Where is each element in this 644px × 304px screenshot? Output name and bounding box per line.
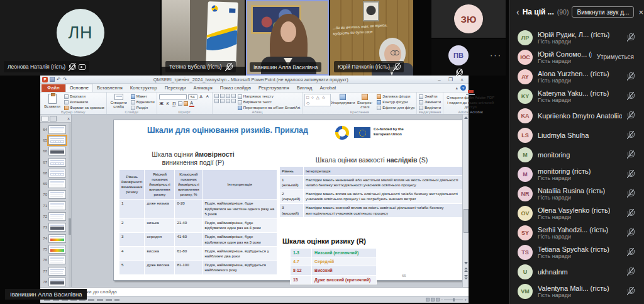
ribbon-tab[interactable]: Конструктор xyxy=(126,84,161,92)
slide-thumbnail[interactable] xyxy=(48,223,66,232)
section-button[interactable]: Розділ xyxy=(131,105,155,110)
mic-off-icon[interactable] xyxy=(627,209,634,217)
font-color-button[interactable]: A xyxy=(189,100,194,107)
slide-sorter-icon[interactable] xyxy=(431,298,435,301)
underline-button[interactable]: П xyxy=(172,101,177,106)
slide-thumbnail-row[interactable]: 72 xyxy=(40,211,71,222)
slide-thumbnail[interactable] xyxy=(48,245,66,254)
restore-icon[interactable]: ❒ xyxy=(446,77,455,82)
slide-thumbnail-row[interactable]: 73 xyxy=(40,222,71,233)
close-icon[interactable]: × xyxy=(457,77,467,82)
scroll-up-icon[interactable] xyxy=(464,115,469,120)
participant-row[interactable]: SY Serhii Yahodzi... (гість) Гість нарад… xyxy=(510,223,644,242)
tab-file[interactable]: Файл xyxy=(42,84,65,92)
video-tile-leonova[interactable]: ЛН Леонова Наталія (гість) xyxy=(0,0,160,76)
participant-row[interactable]: AY Alona Yurzhen... (гість) Гість наради xyxy=(510,67,644,86)
slide-scrollbar[interactable] xyxy=(462,115,469,287)
mic-off-icon[interactable] xyxy=(627,92,634,100)
slide-thumbnail[interactable] xyxy=(48,256,66,264)
bold-button[interactable]: Ж xyxy=(159,101,164,106)
ribbon-tab[interactable]: Анімація xyxy=(190,84,216,92)
participant-row[interactable]: KA Kupriienko Dmytro Anatoliiovych xyxy=(510,106,644,125)
participant-row[interactable]: ЛР Юрій Рудик, Л... (гість) Гість наради xyxy=(510,28,644,47)
shadow-icon[interactable] xyxy=(178,101,182,106)
video-tile-bubela[interactable]: Тетяна Бубела (гість) xyxy=(162,0,245,76)
slide-thumbnail-row[interactable]: 77 xyxy=(40,266,71,276)
slide-thumbnail-row[interactable]: 70 xyxy=(40,189,71,200)
slide-thumbnail-row[interactable]: 66 xyxy=(40,146,71,157)
participant-row[interactable]: U ukhnalnm xyxy=(510,262,644,281)
more-options-icon[interactable]: ··· xyxy=(490,50,502,60)
slideshow-icon[interactable] xyxy=(436,298,440,301)
text-direction-button[interactable]: Напрямок тексту xyxy=(238,94,301,99)
shapes-gallery[interactable]: □ ○ △ ☆ ◇ □ ○ △ ☆ ◇ xyxy=(304,94,331,106)
zoom-slider[interactable] xyxy=(444,300,463,300)
slide[interactable]: Шкали для оцінювання ризиків. Приклад Co… xyxy=(113,120,465,281)
notes-pane[interactable]: Нотатки до слайда xyxy=(40,287,469,296)
slide-thumbnail[interactable] xyxy=(48,125,66,134)
ribbon-tab[interactable]: Переходи xyxy=(161,84,190,92)
participant-row[interactable]: M monitoring (гість) Гість наради xyxy=(510,164,644,184)
slide-thumbnail-row[interactable]: 65 xyxy=(40,135,71,145)
shape-fill-button[interactable]: Заливка фігури xyxy=(377,94,414,99)
participant-row[interactable]: M monitoring xyxy=(510,145,644,164)
paste-button[interactable]: Вставити xyxy=(42,94,62,109)
arrange-button[interactable]: Упорядкувати xyxy=(333,94,353,109)
normal-view-icon[interactable] xyxy=(426,298,430,301)
font-name-box[interactable] xyxy=(159,94,187,99)
slide-thumbnail[interactable] xyxy=(48,234,66,243)
align-right-icon[interactable] xyxy=(226,99,230,103)
bullets-icon[interactable] xyxy=(214,94,219,98)
slides-tab-icon[interactable] xyxy=(42,116,48,121)
align-center-icon[interactable] xyxy=(220,99,225,103)
mic-off-icon[interactable] xyxy=(627,111,634,120)
select-button[interactable]: Виділити xyxy=(419,105,441,110)
save-icon[interactable] xyxy=(50,77,55,82)
video-tile-pachkolin[interactable]: ...би ви вчились так, як треба, мудрість… xyxy=(330,0,413,76)
thumbnails-scrollbar[interactable] xyxy=(69,123,71,287)
cut-button[interactable]: Вирізати xyxy=(64,94,104,99)
mic-off-icon[interactable] xyxy=(627,267,634,276)
participant-row[interactable]: KY Kateryna Yaku... (гість) Гість наради xyxy=(510,86,644,106)
layout-button[interactable]: Макет xyxy=(131,94,155,99)
slide-thumbnail[interactable] xyxy=(48,147,66,155)
slide-thumbnail-row[interactable]: 78 xyxy=(40,276,71,287)
participant-row[interactable]: ЮС Юрій Соломо... (гість) Гість наради У… xyxy=(510,47,644,67)
mic-off-icon[interactable] xyxy=(627,189,634,198)
ribbon-tab[interactable]: Вигляд xyxy=(293,84,316,92)
create-pdf-button[interactable]: Створити файл Adobe PDF і надати до ньог… xyxy=(445,94,496,109)
slide-thumbnail-row[interactable]: 68 xyxy=(40,167,71,178)
shrink-font-icon[interactable]: A xyxy=(205,94,210,99)
slide-thumbnail[interactable] xyxy=(48,190,66,199)
help-icon[interactable]: ? xyxy=(460,85,466,91)
slide-thumbnail-row[interactable]: 75 xyxy=(40,244,71,254)
slide-thumbnail-row[interactable]: 76 xyxy=(40,255,71,266)
slide-thumbnail[interactable] xyxy=(48,169,66,177)
slide-thumbnail[interactable] xyxy=(48,212,66,221)
redo-icon[interactable]: ↷ xyxy=(63,77,67,82)
slide-thumbnail-row[interactable]: 64 xyxy=(40,124,71,135)
participant-row[interactable]: LS Liudmyla Shulha xyxy=(510,125,644,145)
quick-styles-button[interactable]: Експрес-стилі xyxy=(355,94,375,109)
copy-button[interactable]: Копіювати xyxy=(64,99,104,104)
font-size-box[interactable]: 54 xyxy=(188,94,197,99)
columns-icon[interactable] xyxy=(231,99,236,103)
slide-thumbnail[interactable] xyxy=(48,179,66,188)
ribbon-tab[interactable]: Acrobat xyxy=(316,84,340,92)
replace-button[interactable]: Замінити xyxy=(419,99,441,104)
reset-button[interactable]: Відновити xyxy=(131,99,155,104)
format-painter-button[interactable]: Формат за зразком xyxy=(64,105,104,110)
slide-thumbnail-row[interactable]: 67 xyxy=(40,157,71,167)
ribbon-tab[interactable]: Основне xyxy=(65,84,93,92)
line-spacing-icon[interactable] xyxy=(231,94,236,98)
close-icon[interactable]: × xyxy=(637,8,644,17)
scroll-down-icon[interactable] xyxy=(464,261,469,266)
highlight-color-icon[interactable] xyxy=(184,101,188,106)
align-text-button[interactable]: Вирівняти текст xyxy=(238,99,301,104)
shape-effects-button[interactable]: Ефекти для фігур xyxy=(377,105,414,110)
slide-thumbnail[interactable] xyxy=(48,136,66,145)
zoom-out-icon[interactable]: − xyxy=(441,298,443,301)
mic-off-icon[interactable] xyxy=(627,228,634,237)
slide-thumbnail-row[interactable]: 74 xyxy=(40,233,71,244)
mic-off-icon[interactable] xyxy=(627,33,634,42)
